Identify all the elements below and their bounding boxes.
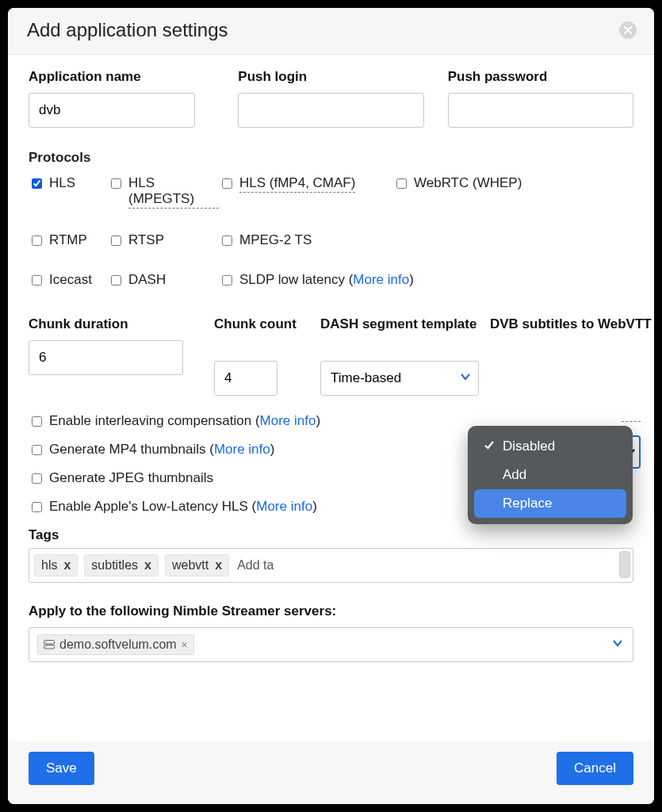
protocol-rtmp[interactable]: RTMP [29,232,108,248]
close-icon [624,25,632,36]
server-remove-icon[interactable]: × [182,638,188,651]
tag-remove-icon[interactable]: x [215,558,222,573]
chunk-duration-label: Chunk duration [29,316,203,332]
chunk-duration-input[interactable] [29,340,183,375]
tags-input[interactable]: hls x subtitles x webvtt x [29,548,633,583]
servers-select[interactable]: demo.softvelum.com × [29,627,633,662]
server-icon [44,640,55,649]
protocols-label: Protocols [29,150,633,166]
field-chunk-count: Chunk count [214,316,309,396]
field-push-login: Push login [238,69,423,128]
option-jpeg-thumb-label: Generate JPEG thumbnails [49,470,213,486]
push-login-input[interactable] [238,93,423,128]
push-login-label: Push login [238,69,423,85]
option-interleaving-checkbox[interactable] [32,416,42,427]
protocol-webrtc-checkbox[interactable] [396,178,407,189]
svg-point-2 [45,642,47,643]
protocol-hls-fmp4-checkbox[interactable] [222,178,232,189]
protocol-hls-label: HLS [49,175,75,191]
protocol-icecast-checkbox[interactable] [32,275,42,285]
protocol-rtmp-checkbox[interactable] [32,236,42,246]
protocol-hls-fmp4[interactable]: HLS (fMP4, CMAF) [219,175,393,209]
dvb-option-disabled[interactable]: Disabled [474,432,626,461]
mp4thumb-more-info-link[interactable]: More info [214,442,270,457]
protocol-hls[interactable]: HLS [29,175,108,209]
dvb-option-disabled-label: Disabled [503,439,555,454]
protocol-webrtc-label: WebRTC (WHEP) [414,175,522,191]
protocol-mpeg2ts-checkbox[interactable] [222,236,232,246]
field-chunk-duration: Chunk duration [29,316,203,375]
llhls-more-info-link[interactable]: More info [256,499,312,514]
field-push-password: Push password [448,69,633,128]
cancel-button[interactable]: Cancel [557,752,633,785]
option-interleaving-label: Enable interleaving compensation [49,413,251,428]
option-mp4-thumb-checkbox[interactable] [32,445,42,455]
protocol-hls-mpegts[interactable]: HLS (MPEGTS) [108,175,219,209]
servers-section: Apply to the following Nimble Streamer s… [29,603,633,662]
tag-chip-hls[interactable]: hls x [34,554,78,576]
server-chip[interactable]: demo.softvelum.com × [37,634,194,655]
app-name-input[interactable] [29,93,195,128]
chevron-down-icon [612,638,623,652]
sldp-more-info-link[interactable]: More info [353,272,409,287]
protocol-rtsp[interactable]: RTSP [108,232,219,248]
dvb-dropdown: Disabled Add Replace [468,426,633,524]
dvb-option-replace-label: Replace [503,496,552,511]
protocol-sldp-checkbox[interactable] [222,275,232,285]
tag-chip-webvtt-label: webvtt [172,558,209,573]
modal-footer: Save Cancel [8,741,654,804]
check-icon [484,439,495,454]
protocol-dash[interactable]: DASH [108,272,219,288]
modal-title: Add application settings [27,19,228,41]
dvb-option-replace[interactable]: Replace [474,489,626,518]
protocol-dash-checkbox[interactable] [111,275,121,285]
field-app-name: Application name [29,69,214,128]
modal-header: Add application settings [8,8,654,55]
modal: Add application settings Application nam… [8,8,654,804]
tag-chip-hls-label: hls [41,558,57,573]
protocol-hls-mpegts-checkbox[interactable] [111,178,121,189]
chunk-count-input[interactable] [214,361,277,396]
protocol-hls-checkbox[interactable] [32,178,42,189]
protocol-rtsp-checkbox[interactable] [111,236,121,246]
protocol-webrtc[interactable]: WebRTC (WHEP) [393,175,552,209]
dash-template-select[interactable] [320,361,479,396]
option-llhls-checkbox[interactable] [32,502,42,512]
servers-label: Apply to the following Nimble Streamer s… [29,603,633,619]
tag-chip-webvtt[interactable]: webvtt x [165,554,229,576]
protocol-hls-mpegts-label: HLS (MPEGTS) [128,175,219,209]
field-dash-template: DASH segment template [320,316,479,396]
server-chip-label: demo.softvelum.com [59,638,177,652]
dvb-option-add-label: Add [503,467,526,483]
svg-point-3 [45,646,47,648]
tag-remove-icon[interactable]: x [63,558,71,573]
protocol-sldp-label: SLDP low latency [239,272,345,287]
chunk-count-label: Chunk count [214,316,309,353]
scrollbar-thumb[interactable] [619,551,630,578]
protocol-icecast-label: Icecast [49,272,92,288]
interleaving-more-info-link[interactable]: More info [260,413,316,428]
protocol-sldp[interactable]: SLDP low latency (More info) [219,272,552,288]
dvb-option-add[interactable]: Add [474,461,626,489]
protocol-rtsp-label: RTSP [128,232,164,248]
option-jpeg-thumb-checkbox[interactable] [32,473,42,484]
tags-label: Tags [29,527,633,543]
protocol-hls-fmp4-label: HLS (fMP4, CMAF) [239,175,355,193]
push-password-input[interactable] [448,93,633,128]
protocol-mpeg2ts-label: MPEG-2 TS [239,232,312,248]
protocols-grid: HLS HLS (MPEGTS) HLS (fMP4, CMAF) WebRTC… [29,175,633,288]
option-mp4-thumb-label: Generate MP4 thumbnails [49,442,206,457]
push-password-label: Push password [448,69,633,85]
tag-chip-subtitles-label: subtitles [91,558,138,573]
protocol-dash-label: DASH [128,272,166,288]
tag-remove-icon[interactable]: x [144,558,151,573]
protocol-icecast[interactable]: Icecast [29,272,108,288]
save-button[interactable]: Save [29,752,94,785]
dvb-label: DVB subtitles to WebVTT [490,316,654,353]
tags-section: Tags hls x subtitles x webvtt x [29,527,633,583]
protocol-mpeg2ts[interactable]: MPEG-2 TS [219,232,393,248]
option-llhls-label: Enable Apple's Low-Latency HLS [49,499,248,514]
close-button[interactable] [619,21,637,39]
tag-chip-subtitles[interactable]: subtitles x [84,554,159,576]
tags-text-input[interactable] [235,557,397,573]
